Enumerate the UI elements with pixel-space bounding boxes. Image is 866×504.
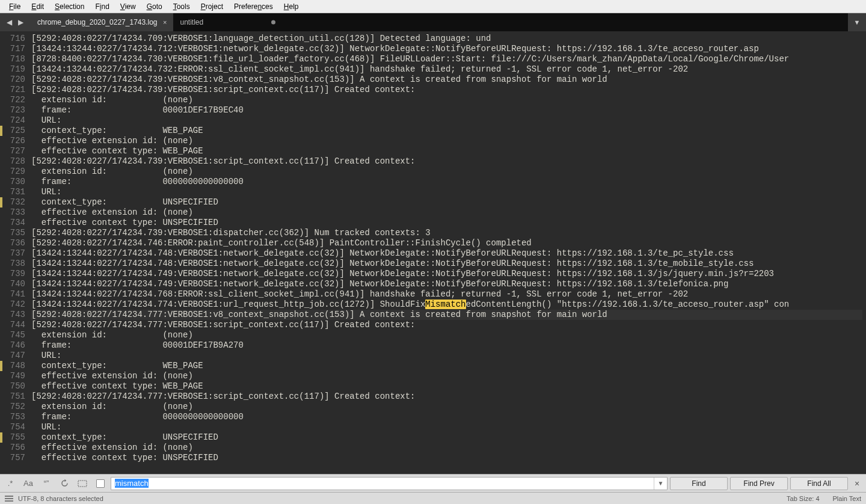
code-area[interactable]: [5292:4028:0227/174234.709:VERBOSE1:lang… [31, 31, 862, 474]
highlight-matches-toggle[interactable] [93, 477, 108, 490]
close-find-icon[interactable]: × [850, 479, 864, 488]
find-all-button[interactable]: Find All [790, 477, 848, 490]
menu-find[interactable]: Find [90, 1, 114, 12]
tab-bar: ◀ ▶ chrome_debug_2020_0227_1743.log × un… [0, 13, 866, 31]
search-field-wrap: ▼ [111, 477, 668, 490]
status-encoding[interactable]: UTF-8, 8 characters selected [18, 495, 103, 502]
regex-toggle[interactable]: .* [2, 477, 18, 490]
search-input[interactable] [111, 479, 654, 488]
menu-help[interactable]: Help [278, 1, 304, 12]
menu-selection[interactable]: Selection [49, 1, 90, 12]
status-bar: UTF-8, 8 characters selected Tab Size: 4… [0, 492, 866, 504]
tab-chrome-debug-log[interactable]: chrome_debug_2020_0227_1743.log × [30, 13, 173, 31]
tab-prev-icon[interactable]: ◀ [7, 18, 12, 26]
menu-file[interactable]: File [4, 1, 26, 12]
minimap[interactable] [862, 31, 866, 474]
tab-overflow-button[interactable]: ▼ [848, 13, 866, 31]
tab-label: chrome_debug_2020_0227_1743.log [37, 18, 158, 26]
menu-view[interactable]: View [115, 1, 141, 12]
tab-next-icon[interactable]: ▶ [18, 18, 23, 26]
menu-edit[interactable]: Edit [26, 1, 49, 12]
case-sensitive-toggle[interactable]: Aa [20, 477, 36, 490]
wrap-icon [60, 479, 69, 488]
editor[interactable]: 7167177187197207217227237247257267277287… [0, 31, 866, 474]
search-match-highlight: Mismatch [425, 300, 465, 309]
search-history-dropdown[interactable]: ▼ [654, 478, 667, 490]
dirty-indicator-icon [271, 20, 275, 25]
find-button[interactable]: Find [670, 477, 728, 490]
menu-project[interactable]: Project [195, 1, 229, 12]
in-selection-toggle[interactable] [75, 477, 90, 490]
menu-goto[interactable]: Goto [141, 1, 168, 12]
menu-tools[interactable]: Tools [168, 1, 195, 12]
tab-untitled[interactable]: untitled [173, 13, 281, 31]
svg-rect-0 [78, 481, 87, 487]
status-syntax[interactable]: Plain Text [833, 495, 862, 502]
menu-icon[interactable] [5, 496, 13, 502]
tab-nav: ◀ ▶ [0, 13, 30, 31]
menu-bar: File Edit Selection Find View Goto Tools… [0, 0, 866, 13]
status-tab-size[interactable]: Tab Size: 4 [787, 495, 819, 502]
line-number-gutter: 7167177187197207217227237247257267277287… [0, 31, 31, 474]
find-bar: .* Aa “” ▼ Find Find Prev Find All × [0, 474, 866, 492]
close-icon[interactable]: × [163, 19, 167, 26]
tab-label: untitled [180, 18, 204, 26]
in-selection-icon [78, 480, 87, 487]
find-prev-button[interactable]: Find Prev [730, 477, 788, 490]
wrap-toggle[interactable] [57, 477, 72, 490]
whole-word-toggle[interactable]: “” [38, 477, 54, 490]
menu-preferences[interactable]: Preferences [229, 1, 278, 12]
